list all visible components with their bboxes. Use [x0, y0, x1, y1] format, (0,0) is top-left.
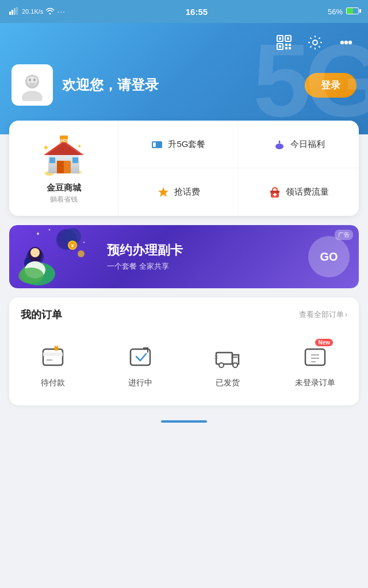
orders-grid: 待付款 进行中 — [9, 330, 359, 405]
new-badge: New — [315, 339, 333, 346]
svg-rect-10 — [285, 44, 288, 46]
svg-point-25 — [33, 79, 36, 82]
banner[interactable]: 广告 ¥ — [9, 225, 359, 288]
battery-icon-container — [345, 7, 359, 16]
svg-rect-13 — [289, 47, 291, 49]
order-item-pending-pay[interactable]: 待付款 — [9, 335, 97, 394]
view-all-orders-button[interactable]: 查看全部订单 › — [299, 310, 347, 320]
svg-rect-0 — [9, 11, 11, 15]
svg-rect-5 — [279, 37, 281, 40]
svg-rect-7 — [287, 37, 289, 40]
hero-action-bar — [12, 32, 356, 53]
grab-talk-label: 抢话费 — [174, 187, 200, 198]
svg-point-71 — [233, 363, 237, 368]
svg-point-52 — [49, 229, 51, 231]
svg-point-51 — [37, 233, 39, 235]
banner-subtitle: 一个套餐 全家共享 — [107, 261, 302, 272]
login-button[interactable]: 登录 — [305, 73, 356, 98]
pending-pay-label: 待付款 — [41, 378, 65, 388]
services-card: SHOP ✦ ✦ — [9, 121, 359, 216]
settings-button[interactable] — [305, 32, 325, 53]
today-benefits-icon — [273, 138, 286, 150]
today-benefits-button[interactable]: 今日福利 — [239, 121, 359, 168]
orders-title: 我的订单 — [21, 308, 62, 322]
hero-section: 5G — [0, 23, 368, 134]
get-free-flow-label: 领话费流量 — [286, 187, 329, 198]
banner-section: 广告 ¥ — [9, 225, 359, 288]
today-benefits-label: 今日福利 — [290, 139, 325, 150]
banner-content: 预约办理副卡 一个套餐 全家共享 — [101, 242, 308, 272]
svg-rect-36 — [49, 157, 55, 163]
more-dots: ··· — [57, 7, 66, 16]
svg-rect-65 — [43, 353, 63, 356]
shop-area[interactable]: SHOP ✦ ✦ — [9, 121, 118, 216]
battery-percent: 56% — [328, 7, 343, 16]
shipped-label: 已发货 — [216, 378, 240, 388]
grab-talk-button[interactable]: 抢话费 — [118, 168, 239, 216]
banner-go-button[interactable]: GO — [308, 236, 350, 277]
data-speed: 20.1K/s — [22, 8, 43, 15]
view-all-label: 查看全部订单 — [299, 310, 344, 320]
svg-point-57 — [78, 250, 85, 257]
svg-point-14 — [313, 40, 317, 45]
svg-text:¥: ¥ — [71, 243, 74, 249]
status-battery: 56% — [328, 7, 359, 16]
svg-point-53 — [83, 242, 85, 243]
service-buttons: 升5G套餐 今日福利 抢话费 — [118, 121, 359, 216]
svg-rect-11 — [289, 44, 291, 46]
svg-rect-9 — [279, 45, 281, 48]
shop-label: 金豆商城 — [47, 183, 81, 194]
svg-rect-64 — [43, 349, 63, 365]
banner-art: ¥ — [9, 225, 101, 288]
svg-marker-43 — [158, 187, 168, 197]
svg-rect-67 — [55, 347, 58, 350]
in-progress-label: 进行中 — [128, 378, 152, 388]
banner-indicator: 广告 — [335, 230, 353, 240]
order-item-unlogged[interactable]: New 未登录订单 — [271, 335, 359, 394]
banner-title: 预约办理副卡 — [107, 242, 302, 259]
status-signal: 20.1K/s ··· — [9, 7, 66, 17]
svg-marker-31 — [46, 142, 82, 155]
svg-point-70 — [219, 363, 224, 368]
qrcode-button[interactable] — [274, 32, 294, 53]
svg-point-42 — [275, 144, 283, 149]
status-bar: 20.1K/s ··· 16:55 56% — [0, 0, 368, 23]
svg-rect-68 — [131, 349, 150, 365]
pending-pay-icon-wrap — [37, 341, 68, 372]
chevron-right-icon: › — [345, 311, 347, 319]
svg-point-24 — [29, 79, 31, 82]
svg-rect-12 — [285, 47, 288, 49]
svg-point-22 — [22, 91, 43, 101]
grab-talk-icon — [157, 186, 170, 199]
svg-rect-2 — [14, 8, 16, 15]
svg-rect-35 — [57, 161, 64, 173]
svg-text:✦: ✦ — [77, 143, 82, 149]
get-free-flow-button[interactable]: 领话费流量 — [239, 168, 359, 216]
svg-rect-45 — [270, 191, 279, 193]
upgrade-5g-label: 升5G套餐 — [168, 139, 205, 150]
orders-section: 我的订单 查看全部订单 › 待付款 — [9, 297, 359, 405]
shipped-icon-wrap — [212, 341, 243, 372]
shop-sublabel: 躺着省钱 — [50, 195, 78, 204]
svg-rect-3 — [16, 7, 18, 15]
upgrade-5g-icon — [151, 138, 163, 150]
order-item-in-progress[interactable]: 进行中 — [97, 335, 184, 394]
wifi-icon — [45, 7, 55, 16]
svg-rect-41 — [153, 142, 156, 147]
signal-icon — [9, 7, 20, 17]
order-item-shipped[interactable]: 已发货 — [184, 335, 271, 394]
welcome-text: 欢迎您，请登录 — [62, 76, 296, 94]
svg-point-63 — [18, 268, 44, 284]
hero-profile: 欢迎您，请登录 登录 — [12, 64, 356, 106]
get-free-flow-icon — [269, 186, 281, 199]
shop-image: SHOP ✦ ✦ — [38, 132, 90, 178]
svg-text:✦: ✦ — [43, 143, 49, 152]
avatar — [12, 64, 53, 106]
orders-header: 我的订单 查看全部订单 › — [9, 297, 359, 330]
bottom-pill — [161, 420, 207, 423]
upgrade-5g-button[interactable]: 升5G套餐 — [118, 121, 239, 168]
more-button[interactable] — [336, 32, 356, 53]
services-grid: SHOP ✦ ✦ — [9, 121, 359, 216]
svg-rect-1 — [12, 10, 13, 15]
svg-text:SHOP: SHOP — [58, 138, 70, 142]
